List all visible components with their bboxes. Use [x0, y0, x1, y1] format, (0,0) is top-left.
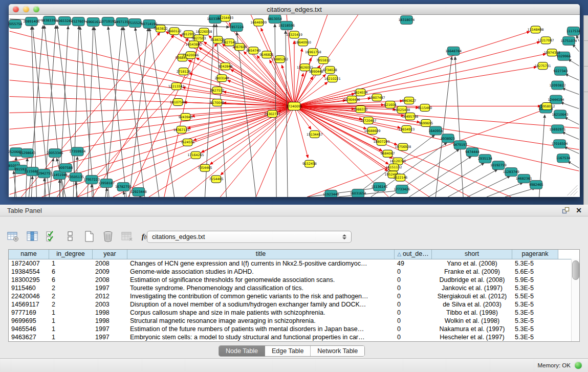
table-cell[interactable]: 0: [395, 317, 432, 325]
row-height-icon[interactable]: [64, 230, 76, 243]
table-cell[interactable]: Embryonic stem cells: a model to study s…: [127, 333, 395, 341]
table-cell[interactable]: Yano et al. (2008): [432, 259, 512, 268]
table-cell[interactable]: 1998: [93, 317, 127, 325]
table-cell[interactable]: Jankovic et al. (1997): [432, 284, 512, 292]
network-canvas[interactable]: 2055758208914061838339210653287152760769…: [9, 15, 580, 197]
table-cell[interactable]: 6: [49, 276, 93, 284]
tab-edge-table[interactable]: Edge Table: [265, 346, 311, 356]
memory-status-icon[interactable]: [575, 362, 582, 369]
table-row[interactable]: 969969511998Structural magnetic resonanc…: [9, 317, 579, 325]
table-row[interactable]: 911546021997Tourette syndrome. Phenomeno…: [9, 284, 579, 292]
table-cell[interactable]: 5.3E-5: [512, 284, 558, 292]
table-cell[interactable]: 0: [395, 284, 432, 292]
table-cell[interactable]: Tourette syndrome. Phenomenology and cla…: [127, 284, 395, 292]
table-cell[interactable]: 5.3E-5: [512, 259, 558, 268]
table-cell[interactable]: 5.5E-5: [512, 292, 558, 300]
table-cell[interactable]: 9465546: [9, 325, 49, 333]
table-cell[interactable]: Hescheler et al. (1997): [432, 333, 512, 341]
table-selector-dropdown[interactable]: citations_edges.txt: [147, 231, 352, 243]
new-document-icon[interactable]: [83, 230, 95, 243]
table-cell[interactable]: de Silva et al. (2003): [432, 300, 512, 309]
tab-network-table[interactable]: Network Table: [311, 346, 364, 356]
table-cell[interactable]: Estimation of significance thresholds fo…: [127, 276, 395, 284]
table-cell[interactable]: Corpus callosum shape and size in male p…: [127, 309, 395, 317]
table-cell[interactable]: 18724007: [9, 259, 49, 268]
delete-icon[interactable]: [102, 230, 114, 243]
column-header-year[interactable]: year: [93, 250, 127, 259]
table-cell[interactable]: Wolkin et al. (1998): [432, 317, 512, 325]
table-cell[interactable]: 18300295: [9, 276, 49, 284]
table-row[interactable]: 1872400712008Changes of HCN gene express…: [9, 259, 579, 268]
table-cell[interactable]: 2008: [93, 276, 127, 284]
table-row[interactable]: 2242004622012Investigating the contribut…: [9, 292, 579, 300]
table-cell[interactable]: Stergiakouli et al. (2012): [432, 292, 512, 300]
table-cell[interactable]: Genome-wide association studies in ADHD.: [127, 268, 395, 276]
table-cell[interactable]: 1997: [93, 333, 127, 341]
table-cell[interactable]: Nakamura et al. (1997): [432, 325, 512, 333]
table-cell[interactable]: Investigating the contribution of common…: [127, 292, 395, 300]
column-header-short[interactable]: short: [432, 250, 512, 259]
table-cell[interactable]: 49: [395, 259, 432, 268]
table-cell[interactable]: 1: [49, 317, 93, 325]
table-cell[interactable]: 5.9E-5: [512, 276, 558, 284]
table-cell[interactable]: 1997: [93, 325, 127, 333]
table-cell[interactable]: 1: [49, 333, 93, 341]
table-cell[interactable]: 1998: [93, 309, 127, 317]
table-row[interactable]: 946362711997Embryonic stem cells: a mode…: [9, 333, 579, 341]
table-cell[interactable]: 9115460: [9, 284, 49, 292]
table-cell[interactable]: 5.3E-5: [512, 317, 558, 325]
table-cell[interactable]: 2: [49, 284, 93, 292]
table-cell[interactable]: 5.3E-5: [512, 333, 558, 341]
table-cell[interactable]: 14569117: [9, 300, 49, 309]
table-cell[interactable]: 0: [395, 325, 432, 333]
table-cell[interactable]: 2009: [93, 268, 127, 276]
window-titlebar[interactable]: citations_edges.txt: [9, 4, 580, 15]
column-header-title[interactable]: title: [127, 250, 395, 259]
table-cell[interactable]: Tibbo et al. (1998): [432, 309, 512, 317]
table-row[interactable]: 1938455462009Genome-wide association stu…: [9, 268, 579, 276]
table-cell[interactable]: 9699695: [9, 317, 49, 325]
citation-network-graph[interactable]: 2055758208914061838339210653287152760769…: [9, 15, 580, 197]
table-cell[interactable]: 0: [395, 276, 432, 284]
table-row[interactable]: 946554611997Estimation of the future num…: [9, 325, 579, 333]
table-cell[interactable]: 1997: [93, 284, 127, 292]
table-cell[interactable]: 5.3E-5: [512, 300, 558, 309]
table-row[interactable]: 1830029562008Estimation of significance …: [9, 276, 579, 284]
tab-node-table[interactable]: Node Table: [219, 346, 265, 356]
table-cell[interactable]: 5.3E-5: [512, 325, 558, 333]
close-icon[interactable]: ✕: [576, 206, 582, 215]
table-cell[interactable]: 19384554: [9, 268, 49, 276]
table-row[interactable]: 1456911722003Disruption of a novel membe…: [9, 300, 579, 309]
show-column-icon[interactable]: [26, 230, 38, 243]
table-options-icon[interactable]: [7, 230, 19, 243]
table-cell[interactable]: 0: [395, 268, 432, 276]
table-cell[interactable]: 2003: [93, 300, 127, 309]
table-cell[interactable]: Disruption of a novel member of a sodium…: [127, 300, 395, 309]
vertical-scrollbar[interactable]: [571, 259, 579, 341]
table-cell[interactable]: 2: [49, 292, 93, 300]
column-header-out_de[interactable]: △out_de…: [395, 250, 432, 259]
float-window-icon[interactable]: [562, 207, 570, 214]
table-cell[interactable]: 9777169: [9, 309, 49, 317]
table-cell[interactable]: 9463627: [9, 333, 49, 341]
import-table-icon[interactable]: [121, 230, 133, 243]
table-cell[interactable]: Changes of HCN gene expression and I(f) …: [127, 259, 395, 268]
table-cell[interactable]: Franke et al. (2009): [432, 268, 512, 276]
table-cell[interactable]: Dudbridge et al. (2008): [432, 276, 512, 284]
table-cell[interactable]: Estimation of the future numbers of pati…: [127, 325, 395, 333]
table-cell[interactable]: 5.3E-5: [512, 309, 558, 317]
table-cell[interactable]: 0: [395, 333, 432, 341]
table-cell[interactable]: Structural magnetic resonance image aver…: [127, 317, 395, 325]
table-cell[interactable]: 0: [395, 300, 432, 309]
table-row[interactable]: 977716911998Corpus callosum shape and si…: [9, 309, 579, 317]
table-cell[interactable]: 0: [395, 292, 432, 300]
column-header-in_degree[interactable]: in_degree: [49, 250, 93, 259]
table-cell[interactable]: 2008: [93, 259, 127, 268]
table-cell[interactable]: 0: [395, 309, 432, 317]
table-cell[interactable]: 6: [49, 268, 93, 276]
table-cell[interactable]: 1: [49, 259, 93, 268]
column-header-pagerank[interactable]: pagerank: [512, 250, 558, 259]
table-cell[interactable]: 2012: [93, 292, 127, 300]
table-cell[interactable]: 2: [49, 300, 93, 309]
table-cell[interactable]: 22420046: [9, 292, 49, 300]
